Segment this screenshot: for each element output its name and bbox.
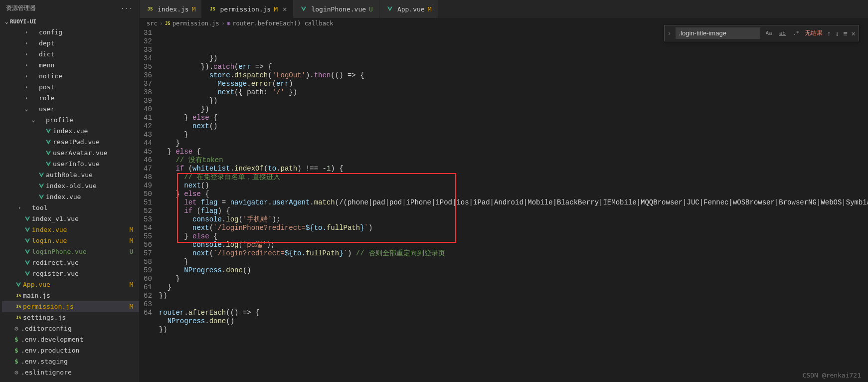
tab-permission-js[interactable]: JSpermission.jsM✕ (202, 0, 293, 18)
tree-folder[interactable]: ›notice (2, 71, 139, 82)
code-line[interactable]: }) (159, 292, 868, 300)
code-line[interactable]: router.afterEach(() => { (159, 309, 868, 317)
tree-file[interactable]: redirect.vue (2, 257, 139, 268)
find-filter-icon[interactable]: ≡ (843, 29, 847, 37)
tab-index-js[interactable]: JSindex.jsM (140, 0, 202, 18)
code-line[interactable]: }) (159, 97, 868, 105)
find-regex-icon[interactable]: .* (791, 29, 801, 37)
code-line[interactable] (159, 334, 868, 343)
dollar-icon: $ (12, 357, 21, 367)
tree-folder[interactable]: ⌄profile (2, 115, 139, 126)
tree-file[interactable]: JSpermission.jsM (2, 301, 139, 312)
git-status: M (130, 280, 133, 290)
vue-icon (385, 6, 394, 12)
tree-file[interactable]: index.vue (2, 126, 139, 137)
code-line[interactable]: } (159, 275, 868, 283)
tree-label: menu (39, 60, 136, 70)
tab-loginPhone-vue[interactable]: loginPhone.vueU (293, 0, 379, 18)
code-line[interactable]: // 没有token (159, 156, 868, 165)
tree-folder[interactable]: ›dept (2, 38, 139, 49)
tree-folder[interactable]: ›dict (2, 49, 139, 60)
tree-folder[interactable]: ⌄user (2, 104, 139, 115)
tab-App-vue[interactable]: App.vueM (379, 0, 438, 18)
tree-folder[interactable]: ›role (2, 93, 139, 104)
find-case-icon[interactable]: Aa (764, 29, 774, 37)
tree-file[interactable]: ⚙.editorconfig (2, 323, 139, 334)
tree-file[interactable]: authRole.vue (2, 170, 139, 181)
vue-icon (23, 227, 32, 233)
find-word-icon[interactable]: ab (778, 29, 787, 37)
tab-label: index.js (158, 5, 189, 13)
tree-label: authRole.vue (46, 170, 136, 180)
tree-file[interactable]: loginPhone.vueU (2, 246, 139, 257)
tree-file[interactable]: index.vueM (2, 224, 139, 235)
tree-file[interactable]: userAvatar.vue (2, 148, 139, 159)
code-line[interactable]: }) (159, 326, 868, 334)
gear-icon: ⚙ (12, 324, 21, 334)
tree-file[interactable]: $.env.development (2, 334, 139, 345)
code-line[interactable]: }) (159, 105, 868, 114)
project-root[interactable]: ⌄ RUOYI-UI (0, 16, 139, 27)
find-status: 无结果 (805, 29, 823, 37)
breadcrumb-part[interactable]: router.beforeEach() callback (232, 20, 333, 27)
tree-folder[interactable]: ›config (2, 27, 139, 38)
chevron-icon: › (23, 71, 30, 81)
code-line[interactable]: next({ path: '/' }) (159, 88, 868, 97)
tree-file[interactable]: JSsettings.js (2, 312, 139, 323)
tree-file[interactable]: $.env.production (2, 345, 139, 356)
breadcrumb-part[interactable]: src (147, 20, 158, 27)
tree-label: .env.production (21, 346, 136, 356)
code-line[interactable] (159, 300, 868, 309)
code-line[interactable]: NProgress.done() (159, 266, 868, 275)
tree-file[interactable]: ⚙.eslintignore (2, 367, 139, 378)
close-icon[interactable]: ✕ (283, 5, 287, 13)
vue-icon (44, 139, 53, 145)
code-line[interactable]: }).catch(err => { (159, 63, 868, 71)
tree-label: role (39, 93, 136, 103)
code-line[interactable]: } (159, 139, 868, 148)
project-name: RUOYI-UI (10, 18, 36, 25)
find-next-icon[interactable]: ↓ (835, 29, 839, 37)
tree-file[interactable]: $.env.staging (2, 356, 139, 367)
tree-file[interactable]: index.vue (2, 191, 139, 202)
sidebar-more-icon[interactable]: ··· (121, 5, 133, 12)
editor-pane: JSindex.jsMJSpermission.jsM✕loginPhone.v… (140, 0, 868, 382)
code-line[interactable]: Message.error(err) (159, 80, 868, 88)
tree-file[interactable]: userInfo.vue (2, 159, 139, 170)
breadcrumb-part[interactable]: permission.js (173, 20, 219, 27)
code-line[interactable]: next(`/login?redirect=${to.fullPath}`) /… (159, 249, 868, 258)
code-line[interactable]: NProgress.done() (159, 317, 868, 326)
find-prev-icon[interactable]: ↑ (827, 29, 831, 37)
git-status: M (274, 5, 278, 13)
tree-label: dict (39, 49, 136, 59)
code-line[interactable]: } else { (159, 114, 868, 122)
find-toggle-icon[interactable]: › (668, 29, 672, 37)
code-line[interactable]: } (159, 131, 868, 139)
tree-file[interactable]: JSmain.js (2, 290, 139, 301)
tree-label: .env.staging (21, 357, 136, 367)
code-line[interactable]: } (159, 258, 868, 266)
line-numbers: 3132333435363738394041424344454647484950… (140, 29, 159, 382)
code-line[interactable]: next() (159, 122, 868, 131)
tree-file[interactable]: login.vueM (2, 235, 139, 246)
tree-file[interactable]: register.vue (2, 268, 139, 279)
code-editor[interactable]: 3132333435363738394041424344454647484950… (140, 29, 868, 382)
tree-file[interactable]: index_v1.vue (2, 213, 139, 224)
code-content[interactable]: }) }).catch(err => { store.dispatch('Log… (159, 29, 868, 382)
git-status: U (369, 5, 373, 13)
vue-icon (23, 260, 32, 266)
tree-file[interactable]: App.vueM (2, 279, 139, 290)
vue-icon (23, 249, 32, 255)
find-close-icon[interactable]: ✕ (852, 29, 856, 37)
tree-folder[interactable]: ›post (2, 82, 139, 93)
tree-folder[interactable]: ›tool (2, 202, 139, 213)
code-line[interactable]: }) (159, 54, 868, 63)
find-input[interactable] (676, 27, 760, 39)
code-line[interactable]: store.dispatch('LogOut').then(() => { (159, 71, 868, 80)
tree-file[interactable]: index-old.vue (2, 181, 139, 191)
code-line[interactable]: } else { (159, 148, 868, 156)
tree-folder[interactable]: ›menu (2, 60, 139, 71)
tree-file[interactable]: resetPwd.vue (2, 137, 139, 148)
code-line[interactable]: } (159, 283, 868, 292)
code-line[interactable]: if (whiteList.indexOf(to.path) !== -1) { (159, 165, 868, 173)
